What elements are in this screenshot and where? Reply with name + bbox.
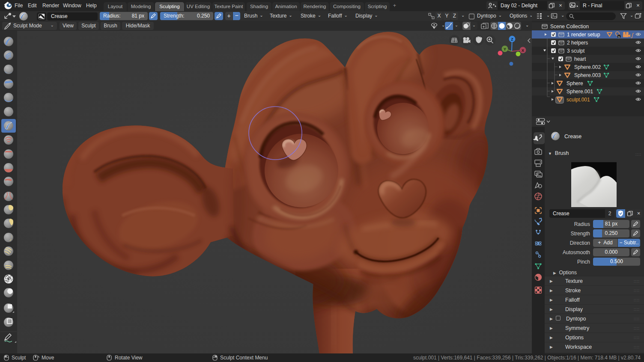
svg-text:sculpt.001: sculpt.001 [566, 97, 590, 103]
svg-text:9: 9 [618, 35, 620, 39]
svg-text:2 helpers: 2 helpers [567, 40, 588, 46]
svg-text:Sphere.003: Sphere.003 [574, 72, 601, 78]
svg-text:3 sculpt: 3 sculpt [567, 48, 585, 54]
svg-text:Sphere.002: Sphere.002 [574, 64, 601, 70]
svg-text:Z: Z [511, 37, 513, 42]
svg-text:1 render setup: 1 render setup [567, 32, 600, 38]
svg-text:Sphere.001: Sphere.001 [566, 89, 593, 95]
svg-text:Y: Y [504, 47, 506, 51]
svg-text:X: X [522, 48, 524, 53]
svg-text:Sphere: Sphere [566, 80, 583, 86]
svg-text:heart: heart [574, 56, 586, 62]
svg-text:Scene Collection: Scene Collection [550, 24, 589, 30]
